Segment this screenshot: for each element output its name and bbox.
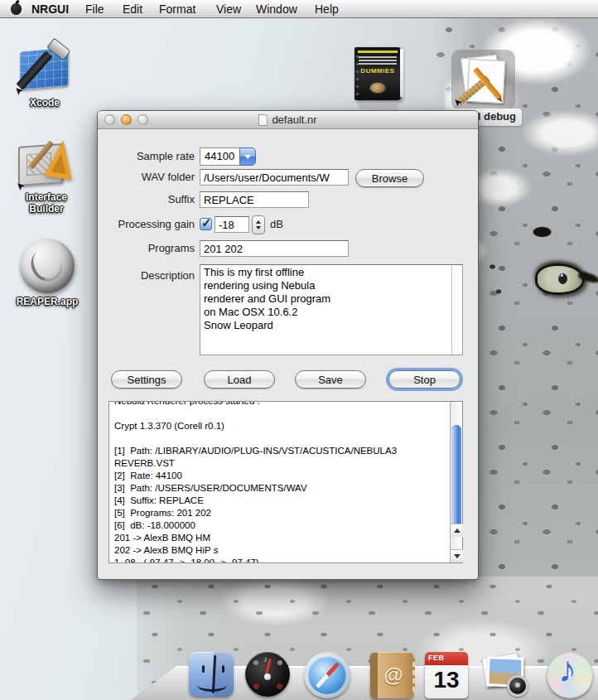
gauge-mark (277, 683, 282, 689)
suffix-label: Suffix (98, 191, 195, 208)
desktop-icon-interface-builder[interactable]: ➤ (17, 135, 76, 191)
ical-month: FEB (425, 652, 468, 665)
log-viewport[interactable]: Nebula Renderer process started ! Crypt … (109, 402, 450, 562)
gauge-hub (264, 673, 271, 680)
clipped-icon-label (359, 103, 398, 110)
dock-icon-address-book[interactable]: @ (370, 652, 417, 698)
window-title: default.nr (272, 113, 316, 126)
reaper-sphere-shape (20, 239, 75, 293)
processing-gain-checkbox[interactable]: ✓ (200, 218, 212, 230)
description-label: Description (98, 268, 195, 284)
settings-button[interactable]: Settings (111, 370, 182, 389)
ical-day: 13 (425, 665, 468, 695)
address-book-icon: @ (370, 652, 413, 698)
log-scrollbar[interactable] (450, 402, 462, 562)
processing-gain-input[interactable] (215, 216, 249, 233)
dock-icon-dashboard[interactable]: ♪ (245, 652, 292, 698)
nrgui-document-window: default.nr Sample rate 44100 WAV folder … (97, 110, 479, 580)
stepper-up-icon (256, 220, 261, 224)
finder-smile (197, 678, 227, 692)
window-titlebar[interactable]: default.nr (98, 111, 478, 129)
document-proxy-icon (258, 114, 268, 126)
desktop-icon-textedit-selected[interactable]: ➤ (451, 50, 515, 110)
sample-rate-value: 44100 (200, 147, 239, 166)
dock-icon-iphoto[interactable] (482, 652, 528, 698)
row-processing-gain: Processing gain ✓ dB (98, 216, 478, 235)
programs-input[interactable] (200, 240, 349, 257)
description-textarea-frame: This is my first offline rendering using… (200, 264, 463, 355)
music-note-icon: ♪ (558, 649, 576, 690)
sample-rate-dropdown-button[interactable] (239, 147, 256, 166)
scroll-up-button[interactable] (451, 524, 463, 537)
ical-calendar-icon: FEB 13 (425, 652, 468, 698)
address-book-tabs (412, 659, 415, 692)
suffix-input[interactable] (200, 191, 309, 208)
gauge-mark (277, 660, 282, 665)
load-button[interactable]: Load (204, 370, 275, 389)
book-cover-text: DUMMIES (358, 67, 398, 75)
processing-gain-label: Processing gain (98, 216, 195, 233)
finder-eye-left (202, 665, 205, 673)
dock-icon-finder[interactable] (189, 652, 235, 698)
sample-rate-label: Sample rate (98, 147, 195, 166)
finder-face-icon (189, 652, 234, 697)
reaper-swirl-shape (25, 244, 67, 287)
dock-icon-ical[interactable]: FEB 13 (425, 652, 471, 698)
gauge-mark (253, 683, 259, 689)
close-button[interactable] (104, 114, 115, 125)
desktop-icon-dummies-book[interactable]: DUMMIES (354, 47, 401, 100)
ib-triangle-ruler (44, 138, 77, 180)
row-description: Description This is my first offline ren… (98, 264, 478, 355)
row-sample-rate: Sample rate 44100 (98, 147, 478, 166)
programs-label: Programs (98, 240, 195, 257)
book-page-edge (400, 49, 403, 97)
wav-folder-input[interactable] (200, 169, 349, 186)
desktop-icon-label-xcode[interactable]: Xcode (12, 97, 78, 109)
iphoto-icon (482, 652, 530, 698)
stepper-down-icon (256, 226, 261, 229)
book-cover-photo (369, 82, 386, 94)
description-textarea[interactable]: This is my first offline rendering using… (200, 265, 449, 355)
menu-format[interactable]: Format (159, 0, 195, 18)
desktop-icon-xcode[interactable]: ➤ (15, 41, 75, 96)
row-programs: Programs (98, 240, 478, 258)
row-wav-folder: WAV folder Browse (98, 169, 478, 187)
dock-icon-safari[interactable] (304, 652, 350, 698)
menu-edit[interactable]: Edit (123, 0, 142, 18)
menu-view[interactable]: View (216, 0, 241, 18)
stop-button[interactable]: Stop (388, 370, 461, 389)
desktop-icon-reaper[interactable] (20, 239, 75, 293)
menu-help[interactable]: Help (315, 0, 339, 18)
at-symbol: @ (381, 663, 406, 688)
description-scrollbar-track[interactable] (451, 265, 462, 355)
row-buttons: Settings Load Save Stop (98, 370, 478, 389)
checkmark-icon: ✓ (201, 215, 212, 230)
log-scrollbar-thumb[interactable] (451, 425, 461, 536)
browse-button[interactable]: Browse (355, 169, 424, 187)
gauge-music-mark: ♪ (263, 654, 268, 664)
save-button[interactable]: Save (295, 370, 366, 389)
menu-app-name[interactable]: NRGUI (31, 0, 69, 18)
book-yellow-band (358, 51, 398, 53)
menu-file[interactable]: File (85, 0, 104, 18)
dock-icon-itunes[interactable]: ♪ (547, 652, 593, 698)
dashboard-gauge-icon: ♪ (245, 652, 290, 697)
safari-compass-icon (304, 652, 350, 698)
desktop-icon-label-interface-builder[interactable]: Interface Builder (12, 191, 81, 215)
minimize-button[interactable] (121, 114, 132, 125)
triangle-down-icon (454, 554, 461, 558)
iphoto-camera-lens (507, 675, 528, 697)
desktop-icon-label-reaper[interactable]: REAPER.app (10, 296, 84, 307)
menu-window[interactable]: Window (256, 0, 297, 18)
apple-menu-icon[interactable] (11, 3, 22, 15)
wallpaper-leopard-eye (535, 263, 585, 295)
menubar: NRGUI File Edit Format View Window Help (0, 0, 598, 18)
sample-rate-combobox[interactable]: 44100 (200, 147, 256, 166)
row-suffix: Suffix (98, 191, 478, 210)
zoom-button[interactable] (137, 114, 148, 125)
gauge-mark (253, 660, 258, 665)
chevron-down-icon (244, 155, 251, 159)
processing-gain-stepper[interactable] (252, 215, 265, 234)
scroll-down-button[interactable] (451, 549, 463, 562)
log-output-box: Nebula Renderer process started ! Crypt … (109, 401, 463, 563)
